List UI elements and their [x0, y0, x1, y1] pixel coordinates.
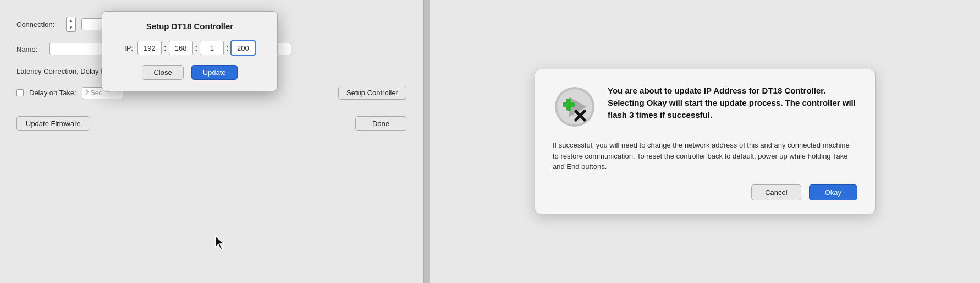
ip-sep-3: : — [226, 43, 229, 52]
connection-spinner[interactable]: ▲ ▼ — [66, 17, 76, 32]
alert-top: You are about to update IP Address for D… — [553, 85, 857, 131]
name-label: Name: — [16, 45, 44, 53]
ip-row: IP: : : : — [115, 41, 264, 55]
spinner-up-icon[interactable]: ▲ — [67, 17, 75, 24]
popup-close-button[interactable]: Close — [142, 65, 183, 80]
delay-label: Delay on Take: — [29, 89, 76, 97]
svg-rect-5 — [566, 99, 571, 111]
connection-label: Connection: — [16, 20, 60, 29]
update-firmware-button[interactable]: Update Firmware — [16, 116, 90, 131]
app-icon — [553, 85, 597, 131]
left-panel: Connection: ▲ ▼ Name: Latency Correction… — [0, 0, 423, 283]
delay-value: 2 Sec — [85, 89, 102, 97]
ip-octet3-input[interactable] — [200, 41, 224, 55]
mouse-cursor — [214, 235, 227, 253]
ip-octet1-input[interactable] — [137, 41, 162, 55]
divider — [423, 0, 430, 283]
bottom-row: Update Firmware Done — [16, 116, 406, 131]
ip-octet4-input[interactable] — [231, 41, 255, 55]
setup-controller-button[interactable]: Setup Controller — [338, 86, 406, 100]
ip-sep-1: : — [164, 43, 167, 52]
right-panel: You are about to update IP Address for D… — [430, 0, 980, 283]
okay-button[interactable]: Okay — [809, 184, 857, 200]
ip-sep-2: : — [195, 43, 198, 52]
svg-marker-0 — [216, 236, 224, 249]
spinner-down-icon[interactable]: ▼ — [67, 24, 75, 31]
ip-octet2-input[interactable] — [169, 41, 193, 55]
alert-main-text: You are about to update IP Address for D… — [608, 85, 857, 121]
cancel-button[interactable]: Cancel — [751, 184, 801, 200]
alert-sub-text: If successful, you will need to change t… — [553, 140, 857, 172]
popup-update-button[interactable]: Update — [191, 65, 238, 80]
alert-buttons: Cancel Okay — [553, 184, 857, 200]
popup-buttons: Close Update — [115, 65, 264, 80]
delay-checkbox[interactable] — [16, 89, 24, 96]
setup-dt18-popup: Setup DT18 Controller IP: : : : Close Up… — [102, 11, 278, 91]
alert-dialog: You are about to update IP Address for D… — [535, 69, 876, 214]
popup-title: Setup DT18 Controller — [115, 21, 264, 31]
done-button[interactable]: Done — [355, 116, 406, 131]
ip-label: IP: — [124, 44, 133, 52]
